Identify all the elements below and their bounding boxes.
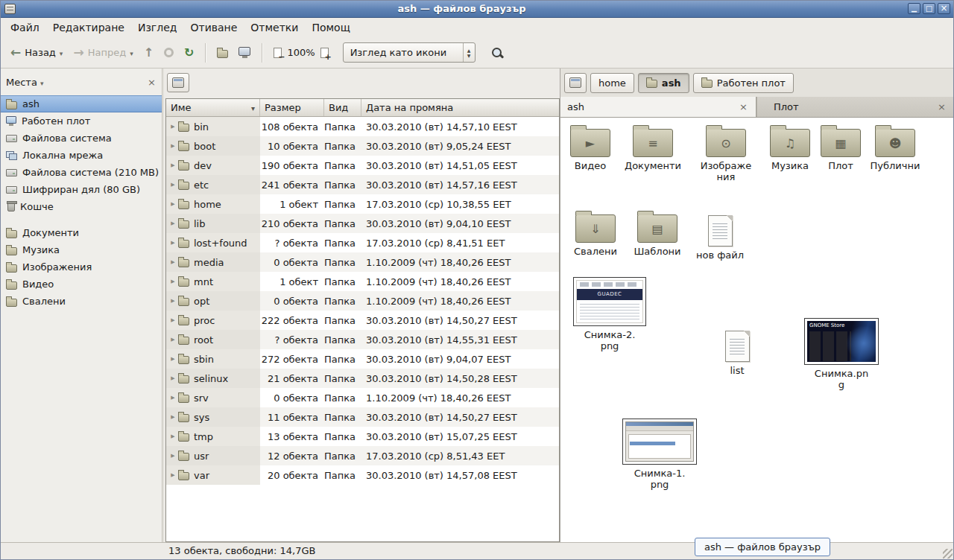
tree-row-srv[interactable]: srv0 обектаПапка1.10.2009 (чт) 18,40,26 … (166, 388, 559, 407)
forward-button[interactable]: Напред (68, 44, 138, 62)
pathbar-button-home[interactable]: home (590, 73, 634, 93)
expander-icon[interactable] (168, 298, 178, 304)
icon-item-list[interactable]: list (706, 329, 768, 376)
up-button[interactable] (139, 44, 159, 62)
tree-row-etc[interactable]: etc241 обектаПапка30.03.2010 (вт) 14,57,… (166, 175, 559, 194)
tree-row-tmp[interactable]: tmp13 обектаПапка30.03.2010 (вт) 15,07,2… (166, 427, 559, 446)
tab-ash[interactable]: ash (560, 97, 756, 117)
expander-icon[interactable] (168, 317, 178, 323)
sidebar-item-encrypted-80gb[interactable]: Шифриран дял (80 GB) (0, 181, 162, 198)
expander-icon[interactable] (168, 472, 178, 478)
expander-icon[interactable] (168, 337, 178, 343)
icon-item-new-file[interactable]: нов файл (689, 214, 751, 261)
tree-row-boot[interactable]: boot10 обектаПапка30.03.2010 (вт) 9,05,2… (166, 136, 559, 156)
expander-icon[interactable] (168, 395, 178, 401)
icon-item-snimka-2-png[interactable]: GUADECСнимка-2.png (569, 277, 650, 351)
expander-icon[interactable] (168, 182, 178, 188)
computer-button[interactable] (233, 44, 256, 61)
reload-button[interactable] (179, 44, 199, 62)
back-history-chevron-icon[interactable] (60, 47, 63, 58)
sidebar-item-music[interactable]: Музика (0, 241, 162, 258)
expander-icon[interactable] (168, 143, 178, 149)
tree-row-media[interactable]: media0 обектаПапка1.10.2009 (чт) 18,40,2… (166, 252, 559, 272)
expander-icon[interactable] (168, 240, 178, 246)
tree-row-root[interactable]: root? обектаПапка30.03.2010 (вт) 14,55,3… (166, 330, 559, 349)
menu-view[interactable]: Изглед (131, 19, 184, 36)
tree-row-sys[interactable]: sys11 обектаПапка30.03.2010 (вт) 14,50,2… (166, 407, 559, 427)
tree-row-dev[interactable]: dev190 обектаПапка30.03.2010 (вт) 14,51,… (166, 156, 559, 175)
places-close-icon[interactable] (148, 77, 156, 88)
zoom-in-button[interactable]: + (315, 45, 334, 61)
tab-close-icon[interactable] (936, 101, 947, 112)
menu-go[interactable]: Отиване (183, 19, 244, 36)
column-header-name[interactable]: Име (166, 99, 260, 116)
tab-plot[interactable]: Плот (756, 97, 954, 117)
tree-row-lost+found[interactable]: lost+found? обектаПапка17.03.2010 (ср) 8… (166, 233, 559, 252)
icon-item-pictures[interactable]: ⊙Изображения (695, 124, 757, 182)
search-button[interactable] (486, 44, 508, 62)
tree-row-lib[interactable]: lib210 обектаПапка30.03.2010 (вт) 9,04,1… (166, 214, 559, 233)
sidebar-item-local-network[interactable]: Локална мрежа (0, 147, 162, 164)
expander-icon[interactable] (168, 220, 178, 226)
sidebar-item-documents[interactable]: Документи (0, 224, 162, 241)
window-menu-icon[interactable] (4, 4, 16, 14)
zoom-out-button[interactable]: − (268, 45, 287, 61)
places-title[interactable]: Места (6, 77, 37, 88)
column-header-size[interactable]: Размер (260, 99, 324, 116)
sidebar-item-ash[interactable]: ash (0, 95, 162, 112)
menu-bookmarks[interactable]: Отметки (244, 19, 305, 36)
combo-stepper-icon[interactable] (463, 43, 475, 62)
close-button[interactable] (938, 3, 950, 14)
pane-indicator-button[interactable] (167, 73, 189, 92)
back-button[interactable]: Назад (5, 44, 68, 62)
menu-edit[interactable]: Редактиране (46, 19, 131, 36)
icon-item-videos[interactable]: ►Видео (560, 124, 622, 171)
tree-row-usr[interactable]: usr12 обектаПапка17.03.2010 (ср) 8,51,43… (166, 446, 559, 465)
expander-icon[interactable] (168, 356, 178, 362)
expander-icon[interactable] (168, 201, 178, 207)
tree-row-selinux[interactable]: selinux21 обектаПапка30.03.2010 (вт) 14,… (166, 369, 559, 388)
icon-item-desktop[interactable]: ▦Плот (809, 124, 872, 171)
tree-row-bin[interactable]: bin108 обектаПапка30.03.2010 (вт) 14,57,… (166, 117, 559, 136)
sidebar-item-downloads[interactable]: Свалени (0, 293, 162, 310)
expander-icon[interactable] (168, 453, 178, 459)
tree-row-sbin[interactable]: sbin272 обектаПапка30.03.2010 (вт) 9,04,… (166, 349, 559, 369)
icon-item-documents[interactable]: ≡Документи (622, 124, 684, 171)
sidebar-item-desktop[interactable]: Работен плот (0, 112, 162, 130)
expander-icon[interactable] (168, 124, 178, 130)
menu-help[interactable]: Помощ (305, 19, 356, 36)
sidebar-item-filesystem-210mb[interactable]: Файлова система (210 MB) (0, 164, 162, 181)
column-header-type[interactable]: Вид (324, 99, 361, 116)
stop-button[interactable] (159, 45, 179, 60)
minimize-button[interactable] (908, 3, 920, 14)
icon-item-templates[interactable]: ▤Шаблони (626, 210, 689, 257)
menu-file[interactable]: Файл (4, 19, 46, 36)
expander-icon[interactable] (168, 433, 178, 439)
expander-icon[interactable] (168, 162, 178, 168)
expander-icon[interactable] (168, 375, 178, 381)
tab-close-icon[interactable] (738, 101, 749, 112)
sidebar-item-filesystem[interactable]: Файлова система (0, 130, 162, 147)
sidebar-item-trash[interactable]: Кошче (0, 198, 162, 215)
expander-icon[interactable] (168, 414, 178, 420)
maximize-button[interactable] (923, 3, 935, 14)
icon-item-downloads[interactable]: ⇓Свалени (564, 210, 627, 257)
icon-item-public[interactable]: ☻Публични (864, 124, 926, 171)
sidebar-item-videos[interactable]: Видео (0, 276, 162, 293)
tree-row-proc[interactable]: proc222 обектаПапка30.03.2010 (вт) 14,50… (166, 311, 559, 330)
sidebar-item-pictures[interactable]: Изображения (0, 258, 162, 276)
pathbar-button-ash[interactable]: ash (638, 73, 689, 93)
home-button[interactable] (212, 45, 233, 61)
column-header-modified[interactable]: Дата на промяна (361, 99, 559, 116)
icon-item-snimka-png[interactable]: GNOME StoreСнимка.png (801, 318, 882, 390)
pathbar-button-desktop[interactable]: Работен плот (693, 73, 794, 93)
tree-row-var[interactable]: var20 обектаПапка30.03.2010 (вт) 14,57,0… (166, 465, 559, 485)
places-chevron-icon[interactable] (40, 77, 44, 88)
expander-icon[interactable] (168, 259, 178, 265)
tree-row-opt[interactable]: opt0 обектаПапка1.10.2009 (чт) 18,40,26 … (166, 291, 559, 311)
view-mode-select[interactable]: Изглед като икони (343, 42, 476, 63)
expander-icon[interactable] (168, 279, 178, 284)
tree-row-mnt[interactable]: mnt1 обектПапка1.10.2009 (чт) 18,40,26 E… (166, 272, 559, 291)
icon-item-snimka-1-png[interactable]: Снимка-1.png (619, 419, 700, 490)
resize-grip[interactable] (943, 549, 953, 559)
